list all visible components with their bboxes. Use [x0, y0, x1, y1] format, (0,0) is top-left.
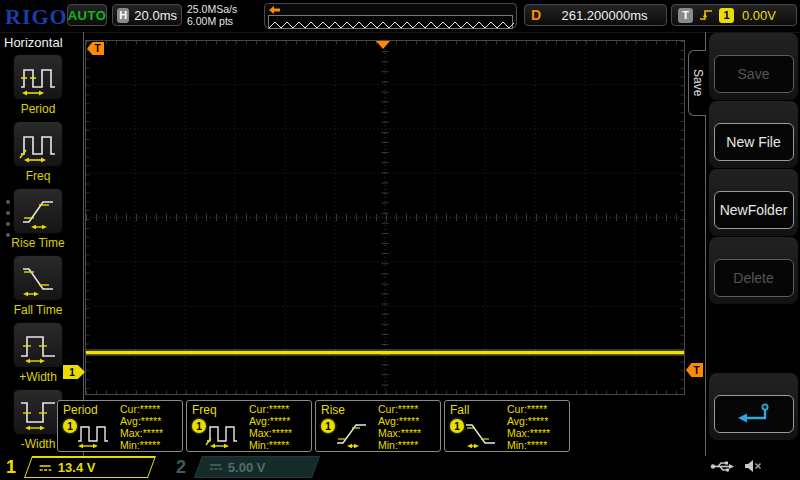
preview-zigzag-icon: [269, 20, 514, 30]
menu-item-label: Period: [21, 102, 56, 116]
trigger-level-value: 0.00V: [742, 8, 776, 23]
measure-menu-title: Horizontal: [0, 32, 83, 54]
acquisition-info: 25.0MSa/s 6.00M pts: [187, 3, 237, 27]
menu-slot: Save: [709, 33, 798, 100]
memory-waveform-preview: [268, 15, 513, 29]
menu-item-label: +Width: [19, 370, 57, 384]
run-status-badge: AUTO: [67, 4, 107, 26]
source-badge: 1: [450, 419, 464, 433]
measurement-panel-freq: Freq 1 Cur:***** Avg:***** Max:***** Min…: [186, 400, 312, 452]
pos-width-icon: [13, 322, 63, 368]
menu-slot: [709, 373, 798, 440]
trigger-position-icon: [269, 6, 281, 14]
measurement-panel-fall: Fall 1 Cur:***** Avg:***** Max:***** Min…: [444, 400, 570, 452]
channel1-scale: 13.4 V: [58, 460, 96, 475]
menu-slot: NewFolder: [709, 169, 798, 236]
trigger-source-badge: 1: [719, 8, 734, 23]
fall-measure-icon: [463, 417, 501, 449]
measurement-panels: Period 1 Cur:***** Avg:***** Max:***** M…: [57, 400, 570, 452]
delete-button[interactable]: Delete: [714, 259, 794, 297]
menu-item-freq[interactable]: Freq: [0, 121, 76, 188]
save-menu: Save Save New File NewFolder Delete: [705, 32, 800, 456]
fall-time-icon: [13, 255, 63, 301]
dc-coupling-icon: [209, 462, 222, 472]
channel1-number: 1: [6, 457, 16, 478]
menu-slot: Delete: [709, 237, 798, 304]
measure-stats: Cur:***** Avg:***** Max:***** Min:*****: [378, 403, 421, 451]
trigger-box: T 1 0.00V: [671, 4, 797, 26]
menu-slot-empty: [709, 305, 798, 372]
source-badge: 1: [192, 419, 206, 433]
speaker-muted-icon: [744, 459, 762, 473]
channel2-scale: 5.00 V: [228, 460, 266, 475]
return-arrow-icon: [734, 402, 774, 426]
waveform-display: T 1 T: [85, 40, 685, 395]
memory-depth: 6.00M pts: [187, 15, 237, 27]
measure-menu: Horizontal Period: [0, 32, 84, 458]
system-icons: [710, 459, 762, 473]
measure-stats: Cur:***** Avg:***** Max:***** Min:*****: [249, 403, 292, 451]
source-badge: 1: [63, 419, 77, 433]
trigger-level-marker: T: [686, 363, 703, 377]
menu-item-fall-time[interactable]: Fall Time: [0, 255, 76, 322]
measurement-panel-period: Period 1 Cur:***** Avg:***** Max:***** M…: [57, 400, 183, 452]
delay-box: D 261.200000ms: [524, 4, 667, 26]
waveform-overview-strip: [264, 3, 517, 28]
trigger-label: T: [678, 8, 693, 23]
save-menu-tab: Save: [688, 50, 706, 116]
menu-page-dots: [6, 200, 10, 237]
neg-width-icon: [13, 389, 63, 435]
menu-item-period[interactable]: Period: [0, 54, 76, 121]
sample-rate: 25.0MSa/s: [187, 3, 237, 15]
source-badge: 1: [321, 419, 335, 433]
return-button[interactable]: [714, 395, 794, 433]
freq-measure-icon: [205, 417, 243, 449]
menu-slot: New File: [709, 101, 798, 168]
rise-measure-icon: [334, 417, 372, 449]
new-file-button[interactable]: New File: [714, 123, 794, 161]
horizontal-badge: H: [117, 8, 129, 23]
measure-stats: Cur:***** Avg:***** Max:***** Min:*****: [507, 403, 550, 451]
delay-value: 261.200000ms: [549, 8, 660, 23]
graticule: [85, 40, 685, 395]
dc-coupling-icon: [39, 463, 52, 473]
freq-icon: [13, 121, 63, 167]
menu-item-rise-time[interactable]: Rise Time: [0, 188, 76, 255]
channel1-trace: [86, 349, 684, 356]
menu-item-label: Fall Time: [14, 303, 63, 317]
save-button[interactable]: Save: [714, 55, 794, 93]
channel1-status[interactable]: 13.4 V: [24, 456, 156, 478]
oscilloscope-screen: RIGOL AUTO H 20.0ms 25.0MSa/s 6.00M pts …: [0, 0, 800, 480]
menu-item-label: Freq: [26, 169, 51, 183]
menu-item-label: Rise Time: [11, 236, 64, 250]
timebase-box: H 20.0ms: [112, 4, 182, 26]
run-status-label: AUTO: [68, 8, 107, 23]
usb-icon: [710, 460, 734, 473]
channel-status-bar: 1 13.4 V 2 5.00 V: [0, 456, 800, 480]
top-status-bar: RIGOL AUTO H 20.0ms 25.0MSa/s 6.00M pts …: [0, 0, 800, 33]
measurement-panel-rise: Rise 1 Cur:***** Avg:***** Max:***** Min…: [315, 400, 441, 452]
measure-stats: Cur:***** Avg:***** Max:***** Min:*****: [120, 403, 163, 451]
period-measure-icon: [76, 417, 114, 449]
rise-time-icon: [13, 188, 63, 234]
timebase-value: 20.0ms: [134, 8, 177, 23]
period-icon: [13, 54, 63, 100]
menu-item-label: -Width: [21, 437, 56, 451]
channel2-status[interactable]: 5.00 V: [194, 456, 320, 478]
channel2-number: 2: [176, 457, 186, 478]
rising-edge-icon: [699, 8, 713, 22]
delay-label: D: [531, 7, 541, 23]
new-folder-button[interactable]: NewFolder: [714, 191, 794, 229]
